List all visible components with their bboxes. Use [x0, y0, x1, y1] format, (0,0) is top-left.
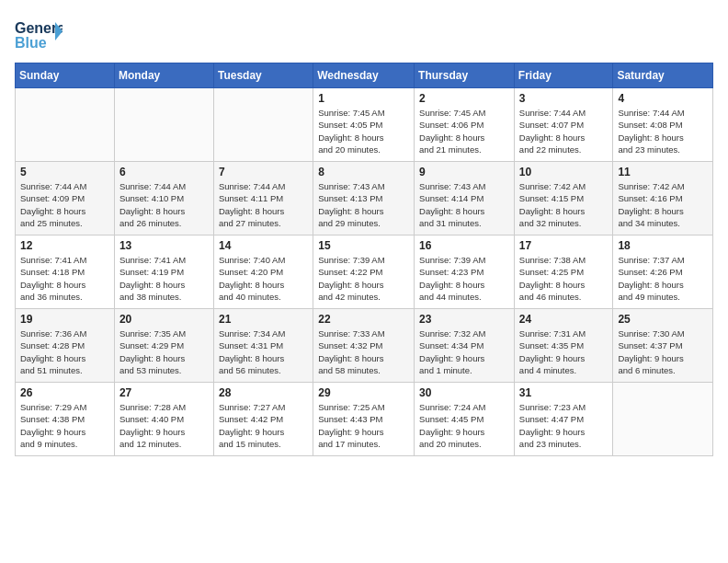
day-cell: 22Sunrise: 7:33 AM Sunset: 4:32 PM Dayli…	[313, 309, 415, 383]
svg-text:Blue: Blue	[15, 35, 47, 51]
day-number: 23	[419, 313, 509, 326]
day-number: 15	[318, 239, 409, 252]
weekday-header-thursday: Thursday	[415, 63, 515, 88]
logo-icon: General Blue	[15, 15, 63, 53]
day-cell: 11Sunrise: 7:42 AM Sunset: 4:16 PM Dayli…	[613, 162, 713, 236]
day-cell: 18Sunrise: 7:37 AM Sunset: 4:26 PM Dayli…	[613, 236, 713, 309]
day-cell: 8Sunrise: 7:43 AM Sunset: 4:13 PM Daylig…	[313, 162, 415, 236]
day-number: 29	[318, 386, 409, 399]
day-number: 1	[318, 92, 409, 105]
day-info: Sunrise: 7:43 AM Sunset: 4:13 PM Dayligh…	[318, 180, 409, 229]
day-info: Sunrise: 7:42 AM Sunset: 4:16 PM Dayligh…	[618, 180, 708, 229]
day-cell: 3Sunrise: 7:44 AM Sunset: 4:07 PM Daylig…	[514, 88, 613, 162]
week-row-1: 1Sunrise: 7:45 AM Sunset: 4:05 PM Daylig…	[16, 88, 713, 162]
day-cell	[16, 88, 115, 162]
day-cell: 29Sunrise: 7:25 AM Sunset: 4:43 PM Dayli…	[313, 383, 415, 456]
day-cell: 14Sunrise: 7:40 AM Sunset: 4:20 PM Dayli…	[213, 236, 313, 309]
day-cell	[213, 88, 313, 162]
day-info: Sunrise: 7:31 AM Sunset: 4:35 PM Dayligh…	[519, 327, 609, 376]
day-info: Sunrise: 7:41 AM Sunset: 4:18 PM Dayligh…	[20, 254, 109, 303]
day-cell: 15Sunrise: 7:39 AM Sunset: 4:22 PM Dayli…	[313, 236, 415, 309]
day-number: 28	[219, 386, 308, 399]
day-number: 30	[419, 386, 509, 399]
day-cell: 6Sunrise: 7:44 AM Sunset: 4:10 PM Daylig…	[114, 162, 213, 236]
day-info: Sunrise: 7:39 AM Sunset: 4:23 PM Dayligh…	[419, 254, 509, 303]
day-info: Sunrise: 7:34 AM Sunset: 4:31 PM Dayligh…	[219, 327, 308, 376]
day-number: 12	[20, 239, 109, 252]
day-cell	[114, 88, 213, 162]
day-info: Sunrise: 7:35 AM Sunset: 4:29 PM Dayligh…	[119, 327, 209, 376]
day-number: 26	[20, 386, 109, 399]
day-cell: 13Sunrise: 7:41 AM Sunset: 4:19 PM Dayli…	[114, 236, 213, 309]
day-info: Sunrise: 7:24 AM Sunset: 4:45 PM Dayligh…	[419, 401, 509, 450]
day-info: Sunrise: 7:44 AM Sunset: 4:11 PM Dayligh…	[219, 180, 308, 229]
day-number: 19	[20, 313, 109, 326]
day-number: 2	[419, 92, 509, 105]
day-number: 8	[318, 166, 409, 178]
day-info: Sunrise: 7:30 AM Sunset: 4:37 PM Dayligh…	[618, 327, 708, 376]
day-info: Sunrise: 7:39 AM Sunset: 4:22 PM Dayligh…	[318, 254, 409, 303]
day-cell: 23Sunrise: 7:32 AM Sunset: 4:34 PM Dayli…	[415, 309, 515, 383]
day-cell: 4Sunrise: 7:44 AM Sunset: 4:08 PM Daylig…	[613, 88, 713, 162]
page-header: General Blue	[15, 15, 713, 53]
weekday-header-friday: Friday	[514, 63, 613, 88]
day-number: 25	[618, 313, 708, 326]
day-cell: 1Sunrise: 7:45 AM Sunset: 4:05 PM Daylig…	[313, 88, 415, 162]
day-info: Sunrise: 7:25 AM Sunset: 4:43 PM Dayligh…	[318, 401, 409, 450]
day-cell: 12Sunrise: 7:41 AM Sunset: 4:18 PM Dayli…	[16, 236, 115, 309]
day-info: Sunrise: 7:42 AM Sunset: 4:15 PM Dayligh…	[519, 180, 609, 229]
week-row-5: 26Sunrise: 7:29 AM Sunset: 4:38 PM Dayli…	[16, 383, 713, 456]
logo: General Blue	[15, 15, 63, 53]
day-cell: 17Sunrise: 7:38 AM Sunset: 4:25 PM Dayli…	[514, 236, 613, 309]
day-number: 17	[519, 239, 609, 252]
day-cell: 26Sunrise: 7:29 AM Sunset: 4:38 PM Dayli…	[16, 383, 115, 456]
weekday-header-sunday: Sunday	[16, 63, 115, 88]
day-number: 27	[119, 386, 209, 399]
day-info: Sunrise: 7:36 AM Sunset: 4:28 PM Dayligh…	[20, 327, 109, 376]
day-number: 10	[519, 166, 609, 178]
day-info: Sunrise: 7:38 AM Sunset: 4:25 PM Dayligh…	[519, 254, 609, 303]
day-cell: 21Sunrise: 7:34 AM Sunset: 4:31 PM Dayli…	[213, 309, 313, 383]
weekday-header-saturday: Saturday	[613, 63, 713, 88]
day-info: Sunrise: 7:44 AM Sunset: 4:09 PM Dayligh…	[20, 180, 109, 229]
day-info: Sunrise: 7:41 AM Sunset: 4:19 PM Dayligh…	[119, 254, 209, 303]
day-number: 21	[219, 313, 308, 326]
day-cell: 20Sunrise: 7:35 AM Sunset: 4:29 PM Dayli…	[114, 309, 213, 383]
day-number: 20	[119, 313, 209, 326]
day-cell: 31Sunrise: 7:23 AM Sunset: 4:47 PM Dayli…	[514, 383, 613, 456]
calendar-table: SundayMondayTuesdayWednesdayThursdayFrid…	[15, 63, 713, 456]
day-cell: 25Sunrise: 7:30 AM Sunset: 4:37 PM Dayli…	[613, 309, 713, 383]
day-cell: 9Sunrise: 7:43 AM Sunset: 4:14 PM Daylig…	[415, 162, 515, 236]
weekday-header-monday: Monday	[114, 63, 213, 88]
day-info: Sunrise: 7:40 AM Sunset: 4:20 PM Dayligh…	[219, 254, 308, 303]
day-cell: 7Sunrise: 7:44 AM Sunset: 4:11 PM Daylig…	[213, 162, 313, 236]
day-number: 11	[618, 166, 708, 178]
weekday-header-tuesday: Tuesday	[213, 63, 313, 88]
day-number: 7	[219, 166, 308, 178]
day-cell: 24Sunrise: 7:31 AM Sunset: 4:35 PM Dayli…	[514, 309, 613, 383]
day-number: 9	[419, 166, 509, 178]
day-info: Sunrise: 7:23 AM Sunset: 4:47 PM Dayligh…	[519, 401, 609, 450]
day-info: Sunrise: 7:37 AM Sunset: 4:26 PM Dayligh…	[618, 254, 708, 303]
day-number: 13	[119, 239, 209, 252]
day-info: Sunrise: 7:43 AM Sunset: 4:14 PM Dayligh…	[419, 180, 509, 229]
day-cell: 27Sunrise: 7:28 AM Sunset: 4:40 PM Dayli…	[114, 383, 213, 456]
day-info: Sunrise: 7:33 AM Sunset: 4:32 PM Dayligh…	[318, 327, 409, 376]
day-cell: 10Sunrise: 7:42 AM Sunset: 4:15 PM Dayli…	[514, 162, 613, 236]
day-number: 18	[618, 239, 708, 252]
day-info: Sunrise: 7:44 AM Sunset: 4:08 PM Dayligh…	[618, 107, 708, 155]
day-number: 6	[119, 166, 209, 178]
day-info: Sunrise: 7:32 AM Sunset: 4:34 PM Dayligh…	[419, 327, 509, 376]
day-cell: 5Sunrise: 7:44 AM Sunset: 4:09 PM Daylig…	[16, 162, 115, 236]
day-info: Sunrise: 7:45 AM Sunset: 4:06 PM Dayligh…	[419, 107, 509, 155]
day-info: Sunrise: 7:44 AM Sunset: 4:10 PM Dayligh…	[119, 180, 209, 229]
day-number: 31	[519, 386, 609, 399]
day-cell	[613, 383, 713, 456]
day-number: 16	[419, 239, 509, 252]
weekday-header-row: SundayMondayTuesdayWednesdayThursdayFrid…	[16, 63, 713, 88]
day-number: 5	[20, 166, 109, 178]
day-number: 3	[519, 92, 609, 105]
day-info: Sunrise: 7:29 AM Sunset: 4:38 PM Dayligh…	[20, 401, 109, 450]
weekday-header-wednesday: Wednesday	[313, 63, 415, 88]
day-number: 24	[519, 313, 609, 326]
